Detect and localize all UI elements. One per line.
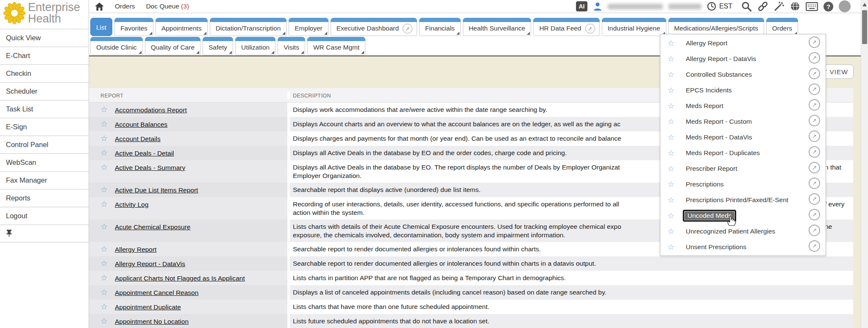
sidebar-item[interactable]: Scheduler [0,83,89,100]
favorite-star-icon[interactable]: ☆ [668,180,677,189]
favorite-star-icon[interactable]: ☆ [100,134,109,143]
tab[interactable]: Utilization ↗ [235,37,275,55]
favorite-star-icon[interactable]: ☆ [100,222,109,231]
home-icon[interactable] [95,3,104,11]
tab[interactable]: Appointments ↗ [156,18,208,36]
open-in-new-icon[interactable]: ↗ [809,52,820,64]
favorite-star-icon[interactable]: ☆ [100,120,109,128]
report-link[interactable]: Accommodations Report [115,106,187,114]
sidebar-item[interactable]: Reports [0,189,89,207]
open-in-new-icon[interactable]: ↗ [809,115,820,126]
tab[interactable]: List ↗ [90,18,112,36]
scrollbar-thumb[interactable] [862,10,867,44]
dropdown-item[interactable]: ☆ Uncoded Meds ↗ [660,208,826,223]
favorite-star-icon[interactable]: ☆ [100,274,109,282]
favorite-star-icon[interactable]: ☆ [668,86,677,95]
sidebar-item[interactable]: E-Sign [0,118,89,136]
report-link[interactable]: Active Deals - Summary [115,163,185,172]
dropdown-item[interactable]: ☆ Prescriptions ↗ [660,176,826,192]
favorite-star-icon[interactable]: ☆ [668,227,677,236]
scrollbar-up-arrow-icon[interactable] [862,3,867,6]
sidebar-item[interactable]: E-Chart [0,47,89,65]
favorite-star-icon[interactable]: ☆ [100,303,109,311]
report-link[interactable]: Active Due List Items Report [115,186,198,195]
favorite-star-icon[interactable]: ☆ [100,163,109,172]
report-link[interactable]: Appointment Duplicate [115,303,181,311]
report-link[interactable]: Applicant Charts Not Flagged as Is Appli… [115,274,245,283]
report-link[interactable]: Acute Chemical Exposure [115,222,190,231]
help-icon[interactable]: ? [823,2,833,11]
keyboard-icon[interactable] [806,2,818,11]
dropdown-item[interactable]: ☆ EPCS Incidents ↗ [660,82,826,98]
report-link[interactable]: Appointment No Location [115,317,189,326]
open-in-new-icon[interactable]: ↗ [809,36,820,48]
favorite-star-icon[interactable]: ☆ [100,317,109,325]
dropdown-item[interactable]: ☆ Controlled Substances ↗ [660,67,826,82]
favorite-star-icon[interactable]: ☆ [668,54,677,64]
report-link[interactable]: Allergy Report - DataVis [115,259,185,268]
open-in-new-icon[interactable]: ↗ [809,68,820,79]
sidebar-pin-row[interactable] [0,225,89,242]
favorite-star-icon[interactable]: ☆ [668,164,677,173]
favorite-star-icon[interactable]: ☆ [668,133,677,142]
dropdown-item[interactable]: ☆ Meds Report - DataVis ↗ [660,129,826,145]
link-icon[interactable] [757,1,768,11]
tab[interactable]: Quality of Care ↗ [145,37,200,55]
tab[interactable]: Safety ↗ [203,37,233,55]
sidebar-item[interactable]: Logout [0,207,89,225]
dropdown-item[interactable]: ☆ Prescriptions Printed/Faxed/E-Sent ↗ [660,192,826,208]
vertical-scrollbar[interactable] [861,0,868,328]
tab[interactable]: Dictation/Transcription ↗ [210,18,287,36]
report-link[interactable]: Appointment Cancel Reason [115,288,198,297]
sidebar-item[interactable]: Control Panel [0,136,89,154]
dropdown-item[interactable]: ☆ Prescriber Report ↗ [660,161,826,176]
tab[interactable]: WR Case Mgmt ↗ [307,37,365,55]
tab[interactable]: Visits ↗ [278,37,305,55]
favorite-star-icon[interactable]: ☆ [100,186,109,194]
favorite-star-icon[interactable]: ☆ [668,39,677,48]
tab[interactable]: Health Surveillance ↗ [463,18,531,36]
tab[interactable]: Favorites ↗ [114,18,153,36]
favorite-star-icon[interactable]: ☆ [100,288,109,297]
favorite-star-icon[interactable]: ☆ [100,245,109,253]
sidebar-item[interactable]: Task List [0,100,89,118]
open-in-new-icon[interactable]: ↗ [809,146,820,158]
nav-doc-queue[interactable]: Doc Queue (3) [146,3,189,10]
report-link[interactable]: Active Deals - Detail [115,149,174,158]
sidebar-item[interactable]: WebScan [0,154,89,172]
dropdown-item[interactable]: ☆ Meds Report - Custom ↗ [660,114,826,129]
favorite-star-icon[interactable]: ☆ [668,242,677,252]
ai-badge[interactable]: AI [576,1,587,11]
report-link[interactable]: Allergy Report [115,245,156,254]
search-icon[interactable] [741,1,752,12]
sidebar-item[interactable]: Quick View [0,29,89,47]
favorite-star-icon[interactable]: ☆ [100,259,109,268]
report-link[interactable]: Account Details [115,134,161,143]
open-in-new-icon[interactable]: ↗ [809,162,820,173]
open-in-new-icon[interactable]: ↗ [809,225,820,236]
wand-icon[interactable] [774,1,785,11]
tab[interactable]: Executive Dashboard ↗ [331,18,417,36]
report-link[interactable]: Activity Log [115,200,148,209]
tab[interactable]: Orders ↗ [766,18,798,36]
tab[interactable]: Employer ↗ [289,18,328,36]
favorite-star-icon[interactable]: ☆ [668,101,677,111]
favorite-star-icon[interactable]: ☆ [668,148,677,158]
favorite-star-icon[interactable]: ☆ [100,106,109,114]
globe-icon[interactable] [790,1,800,11]
open-in-new-icon[interactable]: ↗ [809,193,820,205]
open-in-new-icon[interactable]: ↗ [809,240,820,252]
favorite-star-icon[interactable]: ☆ [668,195,677,205]
user-icon[interactable] [593,2,602,11]
dropdown-item[interactable]: ☆ Unrecognized Patient Allergies ↗ [660,223,826,239]
tab[interactable]: HR Data Feed ↗ [533,18,599,36]
open-in-new-icon[interactable]: ↗ [809,131,820,142]
nav-orders[interactable]: Orders [115,3,135,10]
dropdown-item[interactable]: ☆ Meds Report ↗ [660,98,826,114]
sidebar-item[interactable]: Checkin [0,65,89,83]
dropdown-item[interactable]: ☆ Unsent Prescriptions ↗ [660,239,826,255]
dropdown-item[interactable]: ☆ Allergy Report ↗ [660,35,826,51]
favorite-star-icon[interactable]: ☆ [100,149,109,157]
tab[interactable]: Outside Clinic ↗ [90,37,143,55]
open-in-new-icon[interactable]: ↗ [809,99,820,111]
